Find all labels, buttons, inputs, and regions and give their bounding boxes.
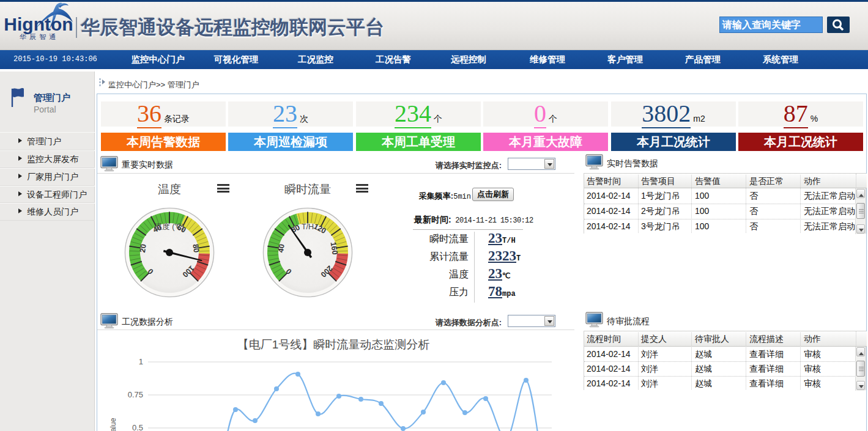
svg-text:40: 40 <box>276 243 286 253</box>
svg-text:80: 80 <box>191 243 201 253</box>
svg-text:0.5: 0.5 <box>132 423 143 431</box>
svg-text:value: value <box>109 418 117 431</box>
svg-text:0.75: 0.75 <box>128 390 143 399</box>
svg-text:【电厂1号线】瞬时流量动态监测分析: 【电厂1号线】瞬时流量动态监测分析 <box>237 338 430 351</box>
svg-text:20: 20 <box>138 243 148 253</box>
svg-text:温度 (℃): 温度 (℃) <box>155 223 184 231</box>
svg-text:1: 1 <box>139 357 143 366</box>
svg-text:T/H: T/H <box>302 223 314 231</box>
